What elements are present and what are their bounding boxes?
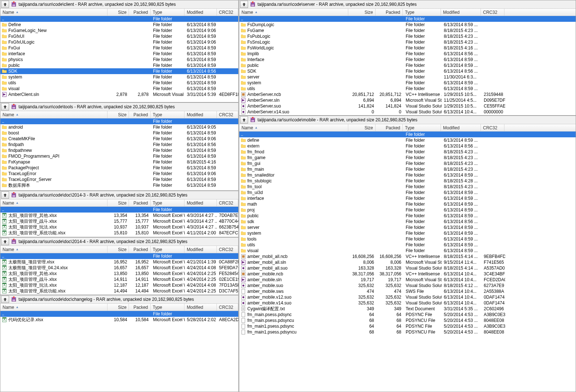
- updir-row[interactable]: ..File folder: [0, 207, 238, 213]
- file-row[interactable]: defineFile folder6/13/2014 8:59 ...: [239, 137, 576, 143]
- updir-row[interactable]: ..File folder: [239, 16, 576, 22]
- file-row[interactable]: sdkFile folder6/13/2014 8:56 ...: [239, 219, 576, 225]
- col-size[interactable]: Size: [348, 9, 376, 16]
- column-headers[interactable]: Name▲SizePackedTypeModifiedCRC32: [239, 124, 576, 132]
- col-packed[interactable]: Packed: [129, 111, 150, 118]
- file-list[interactable]: ..File folder代码优化记录.xlsx10,58410,584Micr…: [0, 311, 238, 392]
- file-row[interactable]: FMOD_Programmers_APIFile folder6/13/2014…: [0, 153, 238, 159]
- file-row[interactable]: FsSnsLogicFile folder8/18/2015 4:23 ...: [239, 39, 576, 45]
- col-modified[interactable]: Modified: [441, 9, 481, 16]
- file-row[interactable]: AmberServer.ncb20,851,71220,851,712VC++ …: [239, 92, 576, 97]
- col-crc[interactable]: CRC32: [217, 246, 238, 253]
- file-row[interactable]: serverFile folder11/30/2014 6:3...: [239, 74, 576, 80]
- file-row[interactable]: mathFile folder6/13/2014 8:59 ...: [239, 201, 576, 207]
- col-packed[interactable]: Packed: [129, 304, 150, 311]
- file-row[interactable]: 代码优化记录.xlsx10,58410,584Microsoft Excel W…: [0, 317, 238, 323]
- col-modified[interactable]: Modified: [184, 111, 217, 118]
- file-row[interactable]: utilsFile folder6/13/2014 8:59 ...: [239, 242, 576, 248]
- col-size[interactable]: Size: [108, 9, 129, 16]
- up-button[interactable]: [1, 1, 9, 8]
- file-row[interactable]: fm_main.psess.pdsync6464PDSYNC File5/20/…: [239, 312, 576, 318]
- file-row[interactable]: AmberServer.sln6,8946,894Microsoft Visua…: [239, 97, 576, 103]
- file-row[interactable]: systemFile folder6/13/2014 8:59 ...: [239, 80, 576, 86]
- file-row[interactable]: FxGuiFile folder6/13/2014 8:59 ...: [0, 45, 238, 51]
- file-row[interactable]: fm_main.psess.pdsyncu6868PDSYNCU File5/2…: [239, 318, 576, 323]
- col-type[interactable]: Type: [151, 199, 185, 206]
- col-type[interactable]: Type: [151, 246, 185, 253]
- file-row[interactable]: InterfaceFile folder6/13/2014 8:59 ...: [239, 57, 576, 62]
- col-crc[interactable]: CRC32: [481, 9, 504, 16]
- file-row[interactable]: FxGameLogic_NewFile folder6/13/2014 9:06…: [0, 28, 238, 33]
- file-row[interactable]: externFile folder6/13/2014 8:56 ...: [239, 143, 576, 149]
- file-list[interactable]: ..File folderDefineFile folder6/13/2014 …: [0, 16, 238, 102]
- col-packed[interactable]: Packed: [376, 124, 403, 131]
- column-headers[interactable]: Name▲SizePackedTypeModifiedCRC32: [239, 9, 576, 16]
- file-row[interactable]: fm_guiFile folder8/18/2015 4:23 ...: [239, 161, 576, 166]
- col-type[interactable]: Type: [403, 124, 441, 131]
- file-row[interactable]: SDKFile folder6/13/2014 8:56 ...: [239, 68, 576, 74]
- file-row[interactable]: systemFile folder6/13/2014 8:59 ...: [239, 230, 576, 236]
- file-row[interactable]: amber_mobile.v12.suo325,632325,632Visual…: [239, 294, 576, 300]
- col-packed[interactable]: Packed: [129, 199, 150, 206]
- file-row[interactable]: amber_mobil_all.ncb16,608,25616,608,256V…: [239, 254, 576, 259]
- file-row[interactable]: interfaceFile folder6/13/2014 8:59 ...: [239, 195, 576, 201]
- col-crc[interactable]: CRC32: [217, 111, 238, 118]
- column-headers[interactable]: Name▲SizePackedTypeModifiedCRC32: [0, 199, 238, 207]
- file-row[interactable]: amber_mobil_all.sln8,0068,006Microsoft V…: [239, 259, 576, 265]
- file-row[interactable]: 太阳_项目管理_系统功能.xlsx14,49414,494Microsoft E…: [0, 288, 238, 294]
- col-crc[interactable]: CRC32: [481, 124, 504, 131]
- col-crc[interactable]: CRC32: [217, 304, 238, 311]
- column-headers[interactable]: Name▲SizePackedTypeModifiedCRC32: [0, 111, 238, 118]
- file-row[interactable]: AmberServer.v14.suo00Visual Studio Solut…: [239, 109, 576, 115]
- col-packed[interactable]: Packed: [376, 9, 403, 16]
- file-list[interactable]: ..File folder太极熊猫_项目管理.xlsx16,95216,952M…: [0, 253, 238, 295]
- file-row[interactable]: 太阳_项目管理_玩法.xlsx12,18712,187Microsoft Exc…: [0, 282, 238, 288]
- col-name[interactable]: Name▲: [0, 304, 108, 311]
- col-type[interactable]: Type: [151, 111, 185, 118]
- file-row[interactable]: fm_main1.psess.pdsyncu6868PDSYNCU File5/…: [239, 329, 576, 335]
- file-row[interactable]: DefineFile folder6/13/2014 8:59 ...: [0, 22, 238, 28]
- col-name[interactable]: Name▲: [0, 111, 108, 118]
- updir-row[interactable]: ..File folder: [0, 311, 238, 317]
- file-row[interactable]: fm_mainFile folder8/18/2015 4:23 ...: [239, 166, 576, 172]
- up-button[interactable]: [1, 296, 9, 303]
- column-headers[interactable]: Name▲SizePackedTypeModifiedCRC32: [0, 304, 238, 311]
- col-packed[interactable]: Packed: [129, 9, 150, 16]
- col-name[interactable]: Name▲: [0, 9, 108, 16]
- file-row[interactable]: fm_main1.psess.pdsync6464PDSYNC File5/20…: [239, 323, 576, 329]
- file-row[interactable]: interfaceFile folder6/13/2014 8:59 ...: [0, 51, 238, 57]
- updir-row[interactable]: ..File folder: [0, 253, 238, 259]
- file-row[interactable]: publicFile folder6/13/2014 8:59 ...: [239, 62, 576, 68]
- up-button[interactable]: [240, 1, 248, 8]
- file-row[interactable]: fm_toolFile folder8/18/2015 4:23 ...: [239, 184, 576, 190]
- file-row[interactable]: 太阳_项目管理_其他.xlsx13,35413,354Microsoft Exc…: [0, 213, 238, 218]
- col-size[interactable]: Size: [108, 111, 129, 118]
- column-headers[interactable]: Name▲SizePackedTypeModifiedCRC32: [0, 9, 238, 16]
- file-row[interactable]: fm_fmodFile folder8/18/2015 4:23 ...: [239, 149, 576, 155]
- file-row[interactable]: 太极熊猫_项目管理_04.24.xlsx16,65716,657Microsof…: [0, 265, 238, 271]
- col-size[interactable]: Size: [108, 199, 129, 206]
- file-row[interactable]: 数据库脚本File folder6/13/2014 8:59 ...: [0, 182, 238, 188]
- file-row[interactable]: 太阳_项目管理_玩法.xlsx10,93710,937Microsoft Exc…: [0, 224, 238, 230]
- col-packed[interactable]: Packed: [129, 246, 150, 253]
- column-headers[interactable]: Name▲SizePackedTypeModifiedCRC32: [0, 246, 238, 253]
- file-row[interactable]: amber_mobile.suo325,632325,632Visual Stu…: [239, 283, 576, 288]
- file-row[interactable]: systemFile folder6/13/2014 8:59 ...: [0, 74, 238, 80]
- updir-row[interactable]: ..File folder: [0, 16, 238, 22]
- file-row[interactable]: amber_mobile.sln19,71719,717Microsoft Vi…: [239, 277, 576, 283]
- file-row[interactable]: publicFile folder6/13/2014 8:59 ...: [0, 62, 238, 68]
- col-size[interactable]: Size: [108, 246, 129, 253]
- file-row[interactable]: utilsFile folder6/13/2014 8:59 ...: [0, 80, 238, 86]
- file-row[interactable]: utilsFile folder6/13/2014 8:59 ...: [239, 86, 576, 92]
- file-row[interactable]: FsGameFile folder8/18/2015 4:23 ...: [239, 28, 576, 33]
- file-list[interactable]: ..File folderandroidFile folder6/13/2014…: [0, 118, 238, 190]
- file-row[interactable]: findpathFile folder6/13/2014 8:56 ...: [0, 142, 238, 147]
- file-row[interactable]: findpathnewFile folder6/13/2014 8:59 ...: [0, 147, 238, 153]
- file-row[interactable]: FxGfxUiLogicFile folder6/13/2014 9:06 ..…: [0, 39, 238, 45]
- file-list[interactable]: ..File folderFsDumpLogicFile folder6/13/…: [239, 16, 576, 115]
- file-row[interactable]: FxKynapseFile folder8/18/2015 4:16 ...: [0, 159, 238, 165]
- file-row[interactable]: 太阳_项目管理_战斗.xlsx14,91114,911Microsoft Exc…: [0, 276, 238, 282]
- file-row[interactable]: TraceLogError_ServerFile folder6/13/2014…: [0, 177, 238, 182]
- col-modified[interactable]: Modified: [184, 246, 217, 253]
- col-name[interactable]: Name▲: [239, 124, 348, 131]
